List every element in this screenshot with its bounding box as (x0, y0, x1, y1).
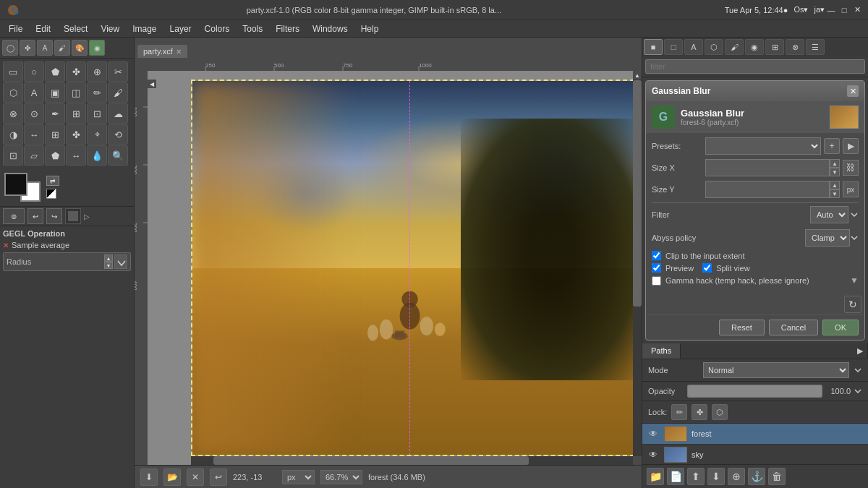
menu-view[interactable]: View (95, 22, 125, 35)
mode-select[interactable]: Normal Multiply Screen (703, 362, 849, 378)
tool-pencil[interactable]: ✏ (87, 82, 107, 103)
gamma-checkbox[interactable] (652, 276, 661, 286)
foreground-color-swatch[interactable] (4, 173, 27, 196)
menu-tools[interactable]: Tools (237, 22, 268, 35)
filter-input[interactable] (645, 59, 865, 74)
zoom-selector[interactable]: 66.7% 50% 100% (320, 470, 362, 484)
tool-icon-ellipse[interactable]: ◯ (2, 40, 18, 56)
os-label[interactable]: Os▾ (793, 5, 808, 14)
lang-label[interactable]: ja▾ (814, 5, 825, 14)
lock-alpha-btn[interactable]: ⬡ (712, 404, 728, 420)
brush-tab-brush[interactable]: 🖌 (725, 39, 744, 55)
lock-position-btn[interactable]: ✤ (692, 404, 707, 420)
maximize-btn[interactable]: □ (839, 5, 849, 15)
tool-fuzzy-select[interactable]: ✤ (66, 61, 86, 82)
mode-indicator-2[interactable]: ↩ (27, 208, 43, 224)
split-label[interactable]: Split view (716, 264, 749, 273)
menu-filters[interactable]: Filters (270, 22, 305, 35)
size-y-unit-btn[interactable]: px (843, 181, 859, 197)
layer-forest[interactable]: 👁 forest (642, 424, 868, 445)
canvas-tab-close[interactable]: ✕ (176, 48, 182, 56)
dialog-close-btn[interactable]: ✕ (847, 85, 859, 97)
tool-move[interactable]: ✤ (66, 124, 86, 145)
mode-indicator-4[interactable] (65, 208, 81, 224)
tool-crop[interactable]: ⌖ (87, 124, 107, 145)
radius-down-btn[interactable]: ▼ (104, 262, 113, 269)
layer-lower-btn[interactable]: ⬇ (707, 468, 725, 485)
close-btn[interactable]: ✕ (852, 5, 862, 15)
tool-rect-select[interactable]: ▭ (3, 61, 23, 82)
radius-dropdown-btn[interactable] (114, 254, 127, 269)
tool-smudge[interactable]: ☁ (108, 103, 128, 124)
layer-duplicate-btn[interactable]: ⊕ (728, 468, 745, 485)
xy-link-btn[interactable]: ⛓ (843, 160, 859, 176)
brush-tab-document[interactable]: ⊗ (786, 39, 804, 55)
tool-ink[interactable]: ✒ (45, 103, 65, 124)
presets-menu-btn[interactable]: ▶ (843, 138, 859, 154)
tool-icon-color[interactable]: 🎨 (72, 40, 88, 56)
tool-airbrush[interactable]: ⊙ (24, 103, 44, 124)
window-controls[interactable]: — □ ✕ (826, 5, 862, 15)
presets-add-btn[interactable]: + (824, 138, 840, 154)
size-x-down[interactable]: ▼ (830, 168, 840, 176)
mode-indicator-3[interactable]: ↪ (46, 208, 62, 224)
preview-label[interactable]: Preview (665, 264, 694, 273)
tool-align[interactable]: ⊞ (45, 124, 65, 145)
tool-paths[interactable]: ⬡ (3, 82, 23, 103)
radius-up-btn[interactable]: ▲ (104, 254, 113, 262)
size-x-input[interactable]: 14.24 (705, 159, 830, 176)
gamma-expand-btn[interactable]: ▼ (850, 275, 859, 286)
minimize-btn[interactable]: — (826, 5, 836, 15)
opacity-slider[interactable] (687, 385, 822, 398)
tool-color-picker[interactable]: 💧 (87, 145, 107, 166)
brush-tab-bg[interactable]: □ (664, 39, 683, 55)
brush-tab-pattern[interactable]: ⬡ (705, 39, 723, 55)
scroll-up-btn[interactable]: ▲ (633, 71, 642, 80)
layer-forest-visibility[interactable]: 👁 (647, 427, 660, 440)
size-x-up[interactable]: ▲ (830, 159, 840, 168)
scrollbar-h-thumb[interactable] (213, 456, 529, 465)
layer-sky-visibility[interactable]: 👁 (647, 448, 660, 461)
size-y-up[interactable]: ▲ (830, 181, 840, 189)
gegl-radius-input[interactable]: 3 (82, 257, 104, 266)
scrollbar-horizontal[interactable] (191, 456, 642, 465)
tool-dodge-burn[interactable]: ◑ (3, 124, 23, 145)
tool-flip[interactable]: ↔ (66, 145, 86, 166)
menu-layer[interactable]: Layer (164, 22, 197, 35)
brush-tab-tool-preset[interactable]: ⊞ (765, 39, 784, 55)
layers-action-btn[interactable]: ▶ (853, 343, 868, 359)
scroll-left-btn[interactable]: ◀ (148, 80, 156, 88)
menu-select[interactable]: Select (58, 22, 93, 35)
gamma-label[interactable]: Gamma hack (temp hack, please ignore) (665, 276, 809, 285)
layer-raise-btn[interactable]: ⬆ (687, 468, 705, 485)
tool-bucket[interactable]: ▣ (45, 82, 65, 103)
canvas-image[interactable]: ▲ ◀ (148, 71, 642, 465)
lock-pixels-btn[interactable]: ✏ (671, 404, 687, 420)
tool-shear[interactable]: ▱ (24, 145, 44, 166)
menu-edit[interactable]: Edit (30, 22, 56, 35)
presets-select[interactable] (705, 137, 821, 155)
statusbar-btn-1[interactable]: ⬇ (140, 468, 158, 486)
layer-delete-btn[interactable]: 🗑 (768, 468, 786, 485)
canvas-tab[interactable]: party.xcf ✕ (137, 45, 187, 58)
statusbar-btn-4[interactable]: ↩ (210, 468, 227, 486)
tool-measure[interactable]: ↔ (24, 124, 44, 145)
tool-ellipse-select[interactable]: ○ (24, 61, 44, 82)
statusbar-btn-2[interactable]: 📂 (163, 468, 181, 486)
unit-selector[interactable]: px mm in (282, 470, 315, 484)
mode-indicator-1[interactable]: ⊚ (3, 208, 25, 224)
preview-checkbox[interactable] (652, 263, 661, 273)
statusbar-btn-3[interactable]: ✕ (187, 468, 204, 486)
scrollbar-vertical[interactable] (633, 80, 642, 456)
tool-scale[interactable]: ⊡ (3, 145, 23, 166)
brush-tab-settings[interactable]: ☰ (806, 39, 825, 55)
clip-checkbox[interactable] (652, 251, 661, 260)
ok-btn[interactable]: OK (822, 320, 859, 335)
tool-rotate[interactable]: ⟲ (108, 124, 128, 145)
swap-colors-btn[interactable]: ⇄ (46, 176, 59, 186)
refresh-btn[interactable]: ↻ (844, 296, 861, 313)
menu-file[interactable]: File (3, 22, 28, 35)
tool-free-select[interactable]: ⬟ (45, 61, 65, 82)
tool-zoom[interactable]: 🔍 (108, 145, 128, 166)
brush-tab-text[interactable]: A (684, 39, 703, 55)
